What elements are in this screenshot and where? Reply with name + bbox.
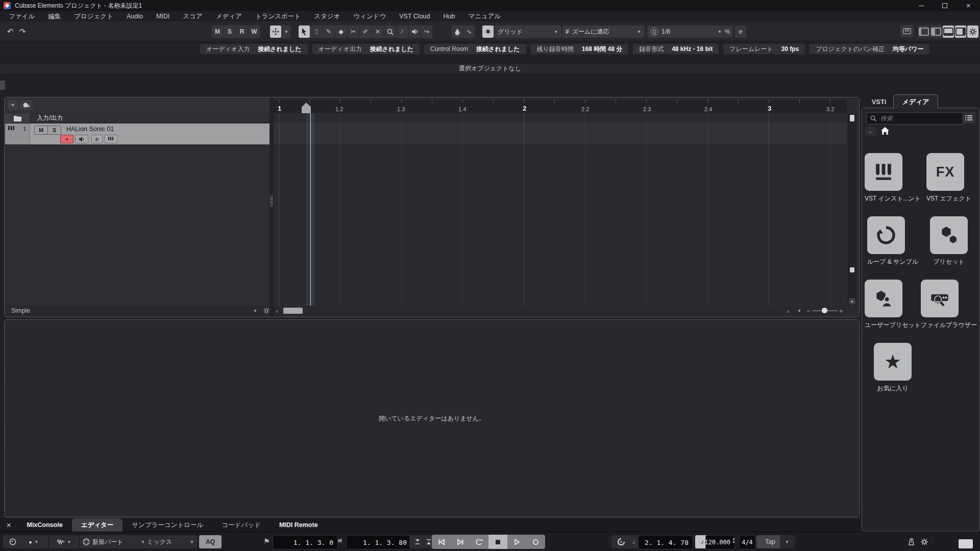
midi-mix-mode-select[interactable]: ミックス ▼ bbox=[144, 535, 197, 548]
midi-record-mode-select[interactable]: 新規パート ▼ bbox=[80, 535, 148, 548]
menu-midi[interactable]: MIDI bbox=[150, 13, 176, 20]
vzoom-plus-button[interactable]: + bbox=[849, 298, 855, 305]
tile-loops-samples[interactable]: ループ & サンプル bbox=[867, 216, 918, 266]
split-tool[interactable]: ✂ bbox=[348, 26, 359, 38]
right-locator-display[interactable]: 1. 1. 3. 80 bbox=[346, 535, 411, 549]
tile-presets[interactable]: プリセット bbox=[930, 216, 968, 266]
right-zone-toggle[interactable] bbox=[955, 26, 966, 38]
menu-project[interactable]: プロジェクト bbox=[67, 12, 120, 21]
autoscroll-button[interactable] bbox=[270, 26, 281, 38]
tracklist-divider[interactable] bbox=[270, 97, 274, 317]
zoom-preset-dropdown[interactable]: ▼ bbox=[797, 309, 801, 313]
monitor-button[interactable] bbox=[75, 135, 88, 143]
color-tool-button[interactable] bbox=[452, 26, 463, 38]
record-enable-button[interactable]: ● bbox=[60, 135, 74, 143]
tab-sampler-control[interactable]: サンプラーコントロール bbox=[122, 518, 212, 532]
automation-follows-button[interactable]: ∿ bbox=[463, 26, 475, 38]
menu-media[interactable]: メディア bbox=[209, 12, 249, 21]
menu-file[interactable]: ファイル bbox=[2, 12, 41, 21]
media-list-view-button[interactable] bbox=[962, 112, 975, 123]
tile-user-presets[interactable]: ユーザープリセット bbox=[865, 280, 921, 330]
vzoom-handle[interactable] bbox=[850, 267, 854, 272]
go-to-start-button[interactable] bbox=[432, 535, 451, 549]
stop-button[interactable] bbox=[488, 535, 507, 549]
tile-vst-instruments[interactable]: VST インスト...ント bbox=[865, 153, 921, 203]
zoom-slider-knob[interactable] bbox=[822, 308, 827, 313]
erase-tool[interactable]: ◆ bbox=[335, 26, 347, 38]
menu-transport[interactable]: トランスポート bbox=[249, 12, 307, 21]
autoscroll-dropdown[interactable]: ▼ bbox=[282, 26, 290, 38]
record-mode-select[interactable]: ● ▼ bbox=[19, 535, 48, 548]
tab-mixconsole[interactable]: MixConsole bbox=[17, 518, 71, 532]
tempo-spinner[interactable]: ▲▼ bbox=[732, 537, 736, 544]
left-locator-display[interactable]: 1. 1. 3. 0 bbox=[273, 535, 338, 549]
preset-dropdown[interactable]: ▼ bbox=[253, 309, 257, 313]
inspector-toggle[interactable] bbox=[930, 26, 942, 38]
select-tool[interactable] bbox=[299, 26, 310, 38]
tab-media[interactable]: メディア bbox=[893, 94, 938, 109]
minimize-button[interactable] bbox=[910, 0, 933, 11]
divider-grip[interactable]: ⣿⣿⣿ bbox=[270, 195, 274, 206]
media-home-button[interactable] bbox=[879, 126, 891, 136]
scroll-left-arrow[interactable]: ‹ bbox=[276, 307, 278, 315]
feedback-tool[interactable]: ↪ bbox=[421, 26, 432, 38]
play-tool[interactable] bbox=[409, 26, 420, 38]
tracklist-empty-area[interactable] bbox=[5, 144, 270, 306]
hscroll-thumb[interactable] bbox=[283, 308, 303, 314]
vertical-scrollbar[interactable]: + bbox=[848, 113, 856, 306]
grid-type-select[interactable]: グリッド ▼ bbox=[495, 26, 561, 38]
quantize-panel-button[interactable]: e bbox=[735, 26, 746, 38]
drag-handle[interactable]: ⋮ bbox=[792, 537, 798, 542]
menu-vst-cloud[interactable]: VST Cloud bbox=[393, 13, 436, 20]
io-folder-track[interactable]: 入力/出力 bbox=[30, 113, 276, 123]
left-zone-toggle[interactable] bbox=[918, 26, 929, 38]
drag-handle[interactable]: ⋮ bbox=[929, 537, 935, 542]
event-display-grid[interactable] bbox=[274, 113, 847, 306]
zoom-in-button[interactable]: + bbox=[839, 307, 843, 315]
onscreen-keyboard-button[interactable] bbox=[900, 25, 914, 37]
left-locator-flag-icon[interactable]: ⚑ bbox=[263, 537, 270, 545]
use-track-preset-button[interactable] bbox=[19, 100, 33, 110]
tab-midi-remote[interactable]: MIDI Remote bbox=[270, 518, 327, 532]
menu-studio[interactable]: スタジオ bbox=[307, 12, 347, 21]
setup-window-layout-button[interactable] bbox=[967, 26, 978, 38]
playhead-marker[interactable] bbox=[302, 103, 311, 113]
close-lower-zone-button[interactable]: ✕ bbox=[0, 518, 17, 532]
tile-file-browser[interactable]: ファイルブラウザー bbox=[921, 280, 977, 330]
menu-window[interactable]: ウィンドウ bbox=[347, 12, 393, 21]
audio-input-status[interactable]: オーディオ入力接続されました bbox=[200, 44, 308, 54]
auto-quantize-button[interactable]: AQ bbox=[199, 535, 222, 548]
track-mute-button[interactable]: M bbox=[35, 126, 48, 134]
menu-manual[interactable]: マニュアル bbox=[461, 12, 507, 21]
menu-score[interactable]: スコア bbox=[176, 12, 209, 21]
redo-button[interactable]: ↷ bbox=[17, 26, 28, 38]
tab-chord-pads[interactable]: コードパッド bbox=[212, 518, 270, 532]
track-lane[interactable] bbox=[274, 123, 847, 145]
tile-favorites[interactable]: ★ お気に入り bbox=[874, 343, 912, 393]
corner-resize-grip[interactable] bbox=[959, 539, 973, 548]
solo-all-button[interactable]: S bbox=[224, 26, 235, 38]
menu-edit[interactable]: 編集 bbox=[41, 12, 67, 21]
record-time-remaining[interactable]: 残り録音時間168 時間 48 分 bbox=[531, 44, 629, 54]
write-automation-button[interactable]: W bbox=[249, 26, 260, 38]
project-time-display[interactable]: 2. 1. 4. 78 bbox=[638, 535, 693, 549]
quantize-select[interactable]: Q 1/8 ▼ bbox=[647, 26, 725, 38]
maximize-button[interactable] bbox=[933, 0, 957, 11]
time-signature-display[interactable]: 4/4 bbox=[739, 535, 755, 549]
snap-button[interactable]: ✱ bbox=[482, 26, 494, 38]
audio-record-mode-select[interactable]: ▼ bbox=[49, 535, 79, 548]
instrument-track[interactable]: 1 M S HALion Sonic 01 ● e bbox=[5, 123, 270, 144]
play-button[interactable] bbox=[507, 535, 526, 549]
track-solo-button[interactable]: S bbox=[48, 126, 61, 134]
tab-editor[interactable]: エディター bbox=[72, 518, 123, 532]
menu-audio[interactable]: Audio bbox=[120, 13, 150, 20]
iterative-quantize-button[interactable]: % bbox=[722, 26, 733, 38]
close-button[interactable]: ✕ bbox=[957, 0, 980, 11]
undo-button[interactable]: ↶ bbox=[5, 26, 16, 38]
zoom-tool[interactable] bbox=[384, 26, 396, 38]
mute-tool[interactable]: ✕ bbox=[372, 26, 383, 38]
lower-zone-toggle[interactable] bbox=[943, 26, 954, 38]
glue-tool[interactable]: ✐ bbox=[360, 26, 371, 38]
timeline-ruler[interactable]: 1 1.2 1.3 1.4 2 2.2 2.3 2.4 3 3.2 bbox=[274, 99, 847, 114]
mute-all-button[interactable]: M bbox=[212, 26, 223, 38]
